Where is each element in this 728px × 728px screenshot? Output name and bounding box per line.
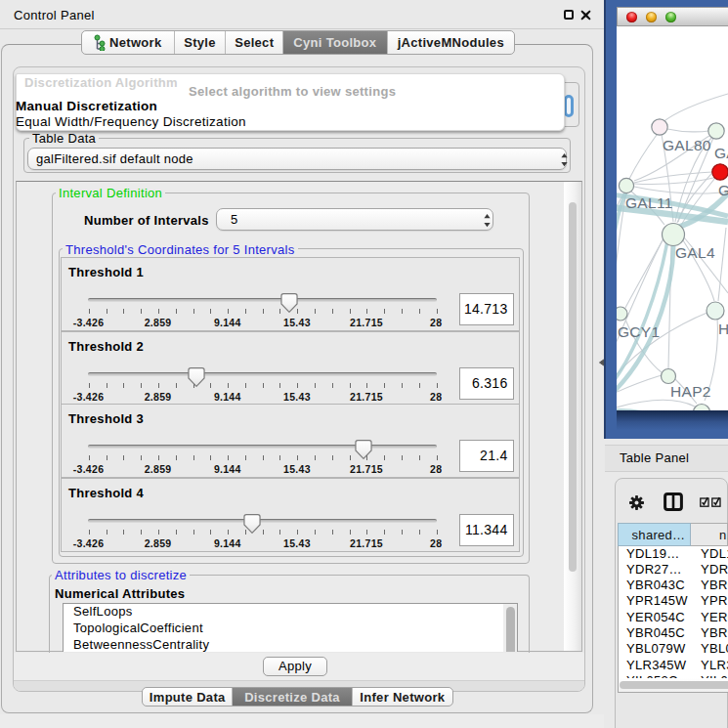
svg-text:GAL11: GAL11 [625, 194, 673, 211]
svg-text:G: G [718, 182, 728, 198]
svg-text:GAL4: GAL4 [675, 244, 715, 261]
svg-text:HAP2: HAP2 [670, 383, 711, 400]
svg-text:H: H [718, 321, 728, 337]
svg-text:GCY1: GCY1 [618, 323, 660, 340]
svg-text:GAL80: GAL80 [663, 137, 711, 153]
svg-text:GA: GA [714, 145, 728, 161]
